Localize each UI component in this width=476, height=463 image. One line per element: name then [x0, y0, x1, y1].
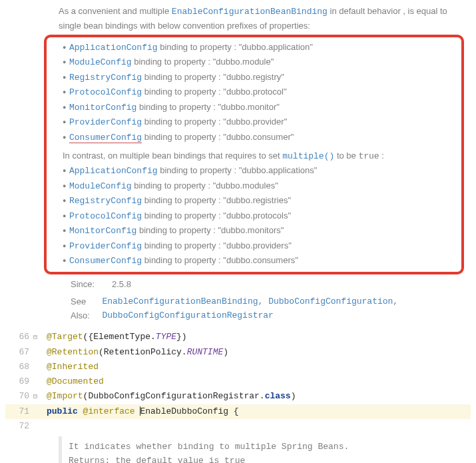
- doc-intro-before: As a convenient and multiple: [59, 6, 172, 16]
- contrast-mid: to be: [337, 151, 359, 161]
- contrast-before: In contrast, on multiple bean bindings t…: [63, 151, 282, 161]
- config-class-link[interactable]: ApplicationConfig: [69, 166, 158, 176]
- config-class-link[interactable]: ProtocolConfig: [69, 87, 142, 97]
- contrast-after: :: [381, 151, 384, 161]
- list-item: ApplicationConfig binding to property : …: [63, 163, 457, 178]
- binding-text: binding to property : "dubbo.modules": [132, 181, 278, 191]
- contrast-line: In contrast, on multiple bean bindings t…: [51, 149, 457, 163]
- highlight-box: ApplicationConfig binding to property : …: [44, 35, 464, 275]
- line-number: 70: [5, 389, 35, 404]
- see-also-link[interactable]: DubboConfigConfigurationRegistrar: [102, 310, 273, 320]
- single-bindings-list: ApplicationConfig binding to property : …: [51, 40, 457, 145]
- code-area[interactable]: 66 ⊟ @Target({ElementType.TYPE}) 67 @Ret…: [5, 330, 471, 463]
- returns-label: Returns:: [69, 456, 110, 463]
- binding-text: binding to property : "dubbo.registry": [142, 72, 284, 82]
- binding-text: binding to property : "dubbo.protocols": [142, 211, 291, 221]
- see-also-links: EnableConfigurationBeanBinding, DubboCon…: [102, 294, 464, 323]
- link-enable-configuration-bean-binding[interactable]: EnableConfigurationBeanBinding: [172, 7, 328, 17]
- config-class-link[interactable]: ProviderConfig: [69, 117, 142, 127]
- code-line-68[interactable]: 68 @Inherited: [5, 360, 471, 374]
- code-line-72[interactable]: 72: [5, 419, 471, 434]
- line-number: 66: [5, 330, 35, 345]
- config-class-link[interactable]: ProtocolConfig: [69, 211, 142, 221]
- code-line-71[interactable]: 71 public @interface EnableDubboConfig {: [5, 404, 471, 419]
- config-class-link[interactable]: ModuleConfig: [69, 57, 132, 67]
- code-line-66[interactable]: 66 ⊟ @Target({ElementType.TYPE}): [5, 330, 471, 345]
- list-item: ConsumerConfig binding to property : "du…: [63, 253, 457, 268]
- since-value: 2.5.8: [112, 277, 131, 291]
- config-class-link[interactable]: ConsumerConfig: [69, 256, 142, 266]
- editor-viewport: As a convenient and multiple EnableConfi…: [0, 0, 476, 463]
- binding-text: binding to property : "dubbo.monitor": [136, 102, 279, 112]
- line-number: 68: [5, 360, 35, 374]
- list-item: ModuleConfig binding to property : "dubb…: [63, 55, 457, 69]
- code-line-67[interactable]: 67 @Retention(RetentionPolicy.RUNTIME): [5, 345, 471, 360]
- fold-minus-icon[interactable]: ⊟: [33, 334, 37, 341]
- code-line-69[interactable]: 69 @Documented: [5, 374, 471, 389]
- binding-text: binding to property : "dubbo.application…: [158, 165, 318, 175]
- list-item: ConsumerConfig binding to property : "du…: [63, 130, 457, 145]
- line-number: 71: [5, 404, 35, 419]
- list-item: ProviderConfig binding to property : "du…: [63, 115, 457, 129]
- config-class-link[interactable]: RegistryConfig: [69, 196, 142, 206]
- line-number: 67: [5, 345, 35, 360]
- see-also-link[interactable]: DubboConfigConfiguration: [268, 296, 393, 306]
- binding-text: binding to property : "dubbo.providers": [142, 240, 292, 250]
- list-item: ProtocolConfig binding to property : "du…: [63, 85, 457, 99]
- binding-text: binding to property : "dubbo.provider": [142, 117, 287, 127]
- config-class-link[interactable]: ModuleConfig: [69, 181, 132, 191]
- since-row: Since: 2.5.8: [59, 277, 464, 291]
- see-also-label: See Also:: [71, 294, 102, 323]
- list-item: ApplicationConfig binding to property : …: [63, 40, 457, 55]
- javadoc-block: As a convenient and multiple EnableConfi…: [5, 0, 471, 330]
- see-also-row: See Also: EnableConfigurationBeanBinding…: [59, 294, 464, 323]
- link-multiple-method[interactable]: multiple(): [282, 151, 334, 161]
- fold-minus-icon[interactable]: ⊟: [33, 393, 37, 400]
- list-item: ProtocolConfig binding to property : "du…: [63, 209, 457, 223]
- list-item: RegistryConfig binding to property : "du…: [63, 193, 457, 208]
- binding-text: binding to property : "dubbo.monitors": [136, 225, 284, 235]
- binding-text: binding to property : "dubbo.registries": [142, 195, 291, 205]
- binding-text: binding to property : "dubbo.module": [132, 57, 274, 67]
- list-item: MonitorConfig binding to property : "dub…: [63, 223, 457, 238]
- config-class-link[interactable]: ApplicationConfig: [69, 43, 158, 53]
- config-class-link[interactable]: ProviderConfig: [69, 241, 142, 251]
- multiple-bindings-list: ApplicationConfig binding to property : …: [51, 163, 457, 268]
- config-class-link[interactable]: MonitorConfig: [69, 103, 136, 113]
- line-number: 72: [5, 419, 35, 434]
- list-item: ModuleConfig binding to property : "dubb…: [63, 179, 457, 193]
- returns-code: true: [224, 456, 245, 463]
- since-label: Since:: [71, 277, 112, 291]
- binding-text: binding to property : "dubbo.protocol": [142, 87, 286, 97]
- config-class-link[interactable]: ConsumerConfig: [69, 133, 142, 143]
- returns-text: the default value is: [115, 456, 224, 463]
- contrast-code: true: [358, 151, 379, 161]
- line-number: 69: [5, 374, 35, 389]
- method-doc-line1: It indicates whether binding to multiple…: [69, 440, 464, 454]
- see-also-link[interactable]: EnableConfigurationBeanBinding: [102, 296, 258, 306]
- config-class-link[interactable]: MonitorConfig: [69, 226, 136, 236]
- list-item: ProviderConfig binding to property : "du…: [63, 238, 457, 253]
- binding-text: binding to property : "dubbo.application…: [158, 42, 313, 52]
- binding-text: binding to property : "dubbo.consumer": [142, 132, 294, 142]
- binding-text: binding to property : "dubbo.consumers": [142, 255, 298, 265]
- code-line-70[interactable]: 70 ⊟ @Import(DubboConfigConfigurationReg…: [5, 389, 471, 404]
- list-item: MonitorConfig binding to property : "dub…: [63, 100, 457, 115]
- config-class-link[interactable]: RegistryConfig: [69, 73, 142, 83]
- list-item: RegistryConfig binding to property : "du…: [63, 70, 457, 85]
- method-javadoc: It indicates whether binding to multiple…: [59, 436, 471, 463]
